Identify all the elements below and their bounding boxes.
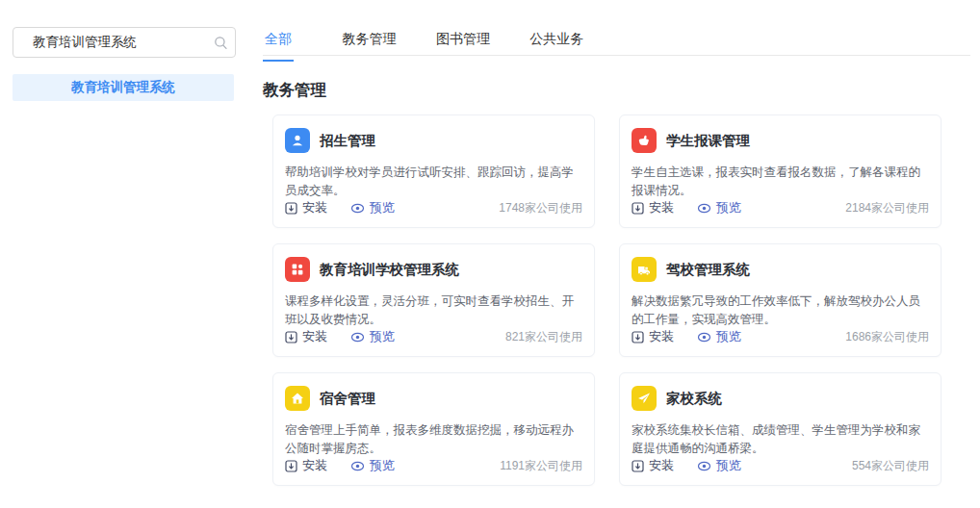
search-box (13, 27, 236, 58)
app-card-home-school[interactable]: 家校系统 家校系统集校长信箱、成绩管理、学生管理为学校和家庭提供通畅的沟通桥梁。… (619, 372, 941, 486)
app-card-enrollment[interactable]: 招生管理 帮助培训学校对学员进行试听安排、跟踪回访，提高学员成交率。 安装 (272, 114, 595, 228)
card-footer: 安装 预览 1748家公司使用 (285, 199, 582, 216)
card-header: 教育培训学校管理系统 (285, 257, 582, 282)
card-title: 驾校管理系统 (666, 261, 750, 279)
usage-count: 2184家公司使用 (845, 200, 929, 216)
card-header: 家校系统 (632, 386, 929, 411)
card-title: 招生管理 (320, 132, 375, 150)
install-icon (285, 331, 297, 343)
card-description: 课程多样化设置，灵活分班，可实时查看学校招生、开班以及收费情况。 (285, 292, 585, 329)
search-icon[interactable] (206, 28, 235, 57)
card-header: 学生报课管理 (632, 128, 929, 153)
tab-library[interactable]: 图书管理 (434, 31, 492, 60)
plane-icon (632, 386, 657, 411)
eye-icon (350, 203, 365, 214)
usage-count: 1748家公司使用 (499, 200, 582, 216)
install-icon (632, 460, 644, 472)
tab-all[interactable]: 全部 (263, 31, 294, 62)
main-content: 全部 教务管理 图书管理 公共业务 教务管理 招生管理 帮助培训学校对学员进行试… (263, 0, 970, 486)
eye-icon (350, 461, 365, 471)
app-card-course-signup[interactable]: 学生报课管理 学生自主选课，报表实时查看报名数据，了解各课程的报课情况。 安装 (619, 114, 941, 228)
install-button[interactable]: 安装 (632, 457, 674, 474)
card-description: 家校系统集校长信箱、成绩管理、学生管理为学校和家庭提供通畅的沟通桥梁。 (632, 421, 932, 458)
install-button[interactable]: 安装 (285, 328, 327, 345)
sidebar-item-education-training[interactable]: 教育培训管理系统 (13, 74, 234, 101)
sidebar: 教育培训管理系统 (0, 0, 248, 508)
hand-icon (632, 128, 657, 153)
eye-icon (350, 332, 365, 343)
car-icon (632, 257, 657, 282)
install-icon (632, 331, 644, 343)
usage-count: 821家公司使用 (505, 329, 582, 345)
section-title: 教务管理 (263, 80, 970, 101)
app-card-grid: 招生管理 帮助培训学校对学员进行试听安排、跟踪回访，提高学员成交率。 安装 (272, 114, 970, 486)
app-card-driving-school[interactable]: 驾校管理系统 解决数据繁冗导致的工作效率低下，解放驾校办公人员的工作量，实现高效… (619, 243, 941, 357)
eye-icon (697, 461, 711, 471)
card-footer: 安装 预览 2184家公司使用 (632, 199, 929, 216)
search-input[interactable] (13, 36, 206, 50)
card-description: 学生自主选课，报表实时查看报名数据，了解各课程的报课情况。 (632, 164, 932, 200)
install-button[interactable]: 安装 (285, 457, 327, 474)
home-icon (285, 386, 310, 411)
card-title: 宿舍管理 (320, 390, 375, 408)
eye-icon (697, 203, 711, 214)
person-icon (285, 128, 310, 153)
preview-button[interactable]: 预览 (697, 199, 741, 216)
install-button[interactable]: 安装 (632, 199, 674, 216)
preview-button[interactable]: 预览 (350, 328, 395, 345)
tab-bar: 全部 教务管理 图书管理 公共业务 (263, 0, 970, 56)
card-title: 家校系统 (666, 390, 722, 408)
preview-button[interactable]: 预览 (350, 199, 395, 216)
card-description: 解决数据繁冗导致的工作效率低下，解放驾校办公人员的工作量，实现高效管理。 (632, 292, 932, 329)
preview-button[interactable]: 预览 (350, 457, 395, 474)
card-header: 招生管理 (285, 128, 582, 153)
grid-icon (285, 257, 310, 282)
app-card-dormitory[interactable]: 宿舍管理 宿舍管理上手简单，报表多维度数据挖掘，移动远程办公随时掌握房态。 安装 (272, 372, 595, 486)
card-footer: 安装 预览 1191家公司使用 (285, 457, 582, 474)
card-description: 帮助培训学校对学员进行试听安排、跟踪回访，提高学员成交率。 (285, 164, 585, 200)
preview-button[interactable]: 预览 (697, 328, 741, 345)
install-icon (285, 202, 297, 215)
usage-count: 1686家公司使用 (845, 329, 929, 345)
card-title: 教育培训学校管理系统 (320, 261, 459, 279)
eye-icon (697, 332, 711, 343)
card-description: 宿舍管理上手简单，报表多维度数据挖掘，移动远程办公随时掌握房态。 (285, 421, 585, 458)
install-icon (285, 460, 297, 472)
preview-button[interactable]: 预览 (697, 457, 741, 474)
install-icon (632, 202, 644, 215)
card-footer: 安装 预览 821家公司使用 (285, 328, 582, 345)
usage-count: 1191家公司使用 (500, 458, 582, 474)
card-header: 驾校管理系统 (632, 257, 929, 282)
install-button[interactable]: 安装 (285, 199, 327, 216)
card-header: 宿舍管理 (285, 386, 582, 411)
tab-public[interactable]: 公共业务 (528, 31, 585, 60)
card-title: 学生报课管理 (666, 132, 750, 150)
usage-count: 554家公司使用 (852, 458, 929, 474)
install-button[interactable]: 安装 (632, 328, 674, 345)
card-footer: 安装 预览 1686家公司使用 (632, 328, 929, 345)
tab-academic[interactable]: 教务管理 (340, 31, 398, 60)
card-footer: 安装 预览 554家公司使用 (632, 457, 929, 474)
app-card-school-management[interactable]: 教育培训学校管理系统 课程多样化设置，灵活分班，可实时查看学校招生、开班以及收费… (272, 243, 595, 357)
